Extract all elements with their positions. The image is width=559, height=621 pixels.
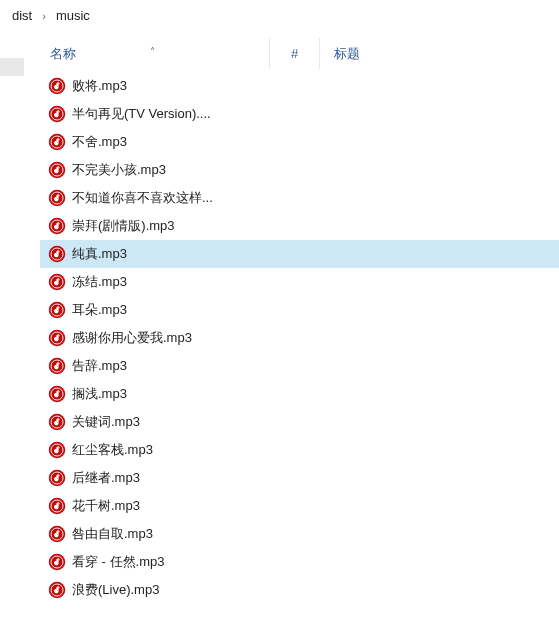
svg-point-20 (55, 254, 58, 257)
file-row[interactable]: 感谢你用心爱我.mp3 (40, 324, 559, 352)
netease-music-icon (48, 105, 66, 123)
svg-point-23 (55, 282, 58, 285)
svg-point-17 (55, 226, 58, 229)
svg-point-14 (55, 198, 58, 201)
netease-music-icon (48, 189, 66, 207)
svg-point-53 (55, 562, 58, 565)
column-header-name[interactable]: 名称 ˄ (40, 38, 270, 69)
file-row[interactable]: 告辞.mp3 (40, 352, 559, 380)
file-row[interactable]: 花千树.mp3 (40, 492, 559, 520)
file-row[interactable]: 关键词.mp3 (40, 408, 559, 436)
file-row[interactable]: 搁浅.mp3 (40, 380, 559, 408)
file-row[interactable]: 红尘客栈.mp3 (40, 436, 559, 464)
netease-music-icon (48, 581, 66, 599)
netease-music-icon (48, 525, 66, 543)
column-header-title[interactable]: 标题 (320, 38, 360, 69)
file-name: 搁浅.mp3 (72, 385, 127, 403)
netease-music-icon (48, 77, 66, 95)
netease-music-icon (48, 469, 66, 487)
file-name: 不知道你喜不喜欢这样... (72, 189, 213, 207)
netease-music-icon (48, 329, 66, 347)
file-name: 不完美小孩.mp3 (72, 161, 166, 179)
breadcrumb-item-music[interactable]: music (52, 6, 94, 25)
file-name: 红尘客栈.mp3 (72, 441, 153, 459)
svg-point-29 (55, 338, 58, 341)
file-row[interactable]: 纯真.mp3 (40, 240, 559, 268)
file-row[interactable]: 耳朵.mp3 (40, 296, 559, 324)
netease-music-icon (48, 245, 66, 263)
svg-point-44 (55, 478, 58, 481)
file-row[interactable]: 咎由自取.mp3 (40, 520, 559, 548)
svg-point-11 (55, 170, 58, 173)
file-row[interactable]: 浪费(Live).mp3 (40, 576, 559, 604)
file-row[interactable]: 不知道你喜不喜欢这样... (40, 184, 559, 212)
netease-music-icon (48, 161, 66, 179)
file-name: 崇拜(剧情版).mp3 (72, 217, 175, 235)
svg-point-26 (55, 310, 58, 313)
svg-point-2 (55, 86, 58, 89)
file-name: 关键词.mp3 (72, 413, 140, 431)
file-name: 冻结.mp3 (72, 273, 127, 291)
chevron-right-icon: › (36, 10, 52, 22)
svg-point-32 (55, 366, 58, 369)
column-header-title-label: 标题 (334, 45, 360, 63)
file-row[interactable]: 后继者.mp3 (40, 464, 559, 492)
svg-point-47 (55, 506, 58, 509)
netease-music-icon (48, 301, 66, 319)
file-row[interactable]: 半句再见(TV Version).... (40, 100, 559, 128)
netease-music-icon (48, 217, 66, 235)
file-name: 耳朵.mp3 (72, 301, 127, 319)
file-name: 咎由自取.mp3 (72, 525, 153, 543)
file-name: 后继者.mp3 (72, 469, 140, 487)
svg-point-56 (55, 590, 58, 593)
file-row[interactable]: 不完美小孩.mp3 (40, 156, 559, 184)
netease-music-icon (48, 441, 66, 459)
netease-music-icon (48, 385, 66, 403)
file-name: 感谢你用心爱我.mp3 (72, 329, 192, 347)
netease-music-icon (48, 413, 66, 431)
file-list: 败将.mp3半句再见(TV Version)....不舍.mp3不完美小孩.mp… (40, 72, 559, 604)
sort-ascending-icon: ˄ (150, 46, 155, 57)
file-row[interactable]: 冻结.mp3 (40, 268, 559, 296)
netease-music-icon (48, 497, 66, 515)
file-name: 告辞.mp3 (72, 357, 127, 375)
file-name: 半句再见(TV Version).... (72, 105, 211, 123)
svg-point-8 (55, 142, 58, 145)
breadcrumb[interactable]: dist › music (0, 0, 559, 32)
column-header-number-label: # (291, 46, 298, 61)
netease-music-icon (48, 133, 66, 151)
netease-music-icon (48, 357, 66, 375)
svg-point-35 (55, 394, 58, 397)
file-name: 浪费(Live).mp3 (72, 581, 159, 599)
svg-point-38 (55, 422, 58, 425)
columns-header[interactable]: 名称 ˄ # 标题 (40, 38, 559, 70)
file-row[interactable]: 不舍.mp3 (40, 128, 559, 156)
svg-point-5 (55, 114, 58, 117)
svg-point-50 (55, 534, 58, 537)
file-name: 花千树.mp3 (72, 497, 140, 515)
file-name: 看穿 - 任然.mp3 (72, 553, 164, 571)
breadcrumb-item-dist[interactable]: dist (8, 6, 36, 25)
svg-point-41 (55, 450, 58, 453)
file-name: 纯真.mp3 (72, 245, 127, 263)
file-row[interactable]: 看穿 - 任然.mp3 (40, 548, 559, 576)
file-name: 不舍.mp3 (72, 133, 127, 151)
left-gutter (0, 58, 24, 76)
file-name: 败将.mp3 (72, 77, 127, 95)
column-header-number[interactable]: # (270, 38, 320, 69)
netease-music-icon (48, 273, 66, 291)
file-row[interactable]: 败将.mp3 (40, 72, 559, 100)
netease-music-icon (48, 553, 66, 571)
file-row[interactable]: 崇拜(剧情版).mp3 (40, 212, 559, 240)
column-header-name-label: 名称 (50, 45, 76, 63)
